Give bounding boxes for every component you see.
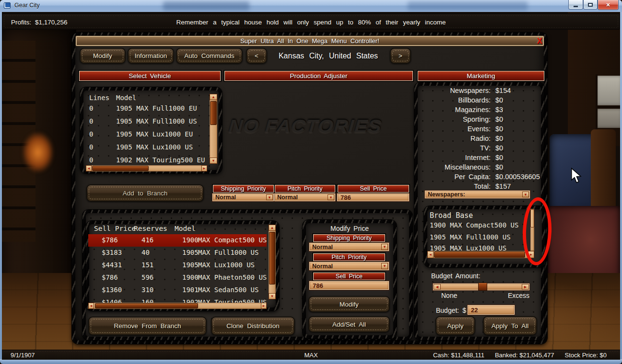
chevron-down-icon[interactable]: ▼ [328,194,334,200]
scroll-right-icon[interactable]: ► [261,303,267,309]
apply-button[interactable]: Apply [435,316,475,335]
marketing-entry: Newspapers:$154 [418,87,543,95]
scroll-up-icon[interactable]: ▲ [210,94,217,100]
scroll-left-icon[interactable]: ◄ [86,165,92,171]
chevron-down-icon[interactable]: ▼ [381,263,388,269]
scroll-right-icon[interactable]: ► [201,165,207,171]
marketing-entry: Magazines:$3 [418,106,543,114]
vehicle-list-hscroll-thumb[interactable] [92,166,149,171]
scroll-left-icon[interactable]: ◄ [88,303,94,309]
information-tab-button[interactable]: Information [128,48,174,64]
broad-base-vscroll-thumb[interactable] [530,209,534,228]
advisor-message: Remember a typical house hold will only … [2,14,620,30]
marketing-entry: Total:$157 [418,182,543,191]
list-item[interactable]: 1905 MAX Lux1000 US [430,244,506,251]
profits-readout: Profits: $1,170,256 [11,14,68,30]
banked-readout: Banked: $21,045,477 [495,352,554,359]
chevron-down-icon[interactable]: ▼ [266,194,273,200]
window-pane [597,76,620,105]
marketing-category-dropdown[interactable]: Newspapers:▼ [425,191,530,198]
marketing-entry: Sporting:$0 [418,115,543,124]
vehicle-list-col-lines: Lines [89,94,109,102]
glass-reflection [163,1,249,11]
dialog-close-icon[interactable]: X [535,36,544,46]
auto-commands-tab-button[interactable]: Auto Commands [176,48,243,64]
slider-left-icon[interactable]: ◄ [434,284,441,290]
budget-amount-label: Budget Amount: [431,272,481,280]
scroll-down-icon[interactable]: ▼ [269,293,276,299]
vehicle-list-col-model: Model [116,94,136,102]
price-table-rows: $7864161900MAX Compact500 US $3183401905… [88,234,267,303]
price-table-hscroll-thumb[interactable] [95,303,198,308]
scroll-right-icon[interactable]: ► [528,251,534,258]
marketing-entry: Radio:$0 [418,135,543,143]
maximize-button[interactable] [583,0,598,10]
maximize-icon [588,3,593,7]
shipping-priority-dropdown[interactable]: Normal▼ [212,193,274,201]
marketing-entry: Per Capita:$0.000536605 [418,173,543,182]
window-title: Gear City [14,2,40,9]
remove-from-branch-button[interactable]: Remove From Branch [88,317,207,335]
stock-readout: Stock Price: $0 [565,352,607,359]
sell-price-input[interactable] [337,193,409,201]
fireplace-glow [22,132,54,173]
list-item[interactable]: 1905 MAX Full1000 US [430,233,511,241]
budget-input[interactable] [468,305,515,315]
window-frame-right [620,12,622,360]
sell-price-header: Sell Price [338,185,409,193]
pitch-priority-header: Pitch Priority [275,185,335,193]
broad-base-title: Broad Base [430,211,473,220]
os-titlebar[interactable]: Gear City ✕ [0,0,622,12]
vehicle-list-vscroll-thumb[interactable] [210,101,217,125]
dialog-title-bar: Super Ultra All In One Mega Menu Control… [76,36,544,46]
modify-sell-price-header: Sell Price [313,273,385,280]
window-mullion [596,74,598,129]
room-window [568,12,620,146]
modify-tab-button[interactable]: Modify [80,48,126,64]
next-city-button[interactable]: > [390,48,411,64]
modify-button[interactable]: Modify [308,296,390,312]
slider-min-label: None [441,292,457,299]
finance-readout: Cash: $11,488,111 Banked: $21,045,477 St… [433,352,607,359]
scroll-up-icon[interactable]: ▲ [269,225,276,231]
clone-distribution-button[interactable]: Clone Distribution [211,317,295,335]
scroll-left-icon[interactable]: ◄ [427,251,434,258]
broad-base-hscroll-thumb[interactable] [434,251,525,258]
section-header-marketing: Marketing [418,71,544,81]
marketing-entry: Internet:$0 [418,154,543,162]
modify-sell-price-input[interactable] [309,281,389,290]
add-set-all-button[interactable]: Add/Set All [308,316,390,332]
marketing-entry: TV:$0 [418,144,543,153]
slider-right-icon[interactable]: ► [522,284,529,290]
broad-base-list: 1900 MAX Compact500 US 1905 MAX Full1000… [428,221,529,251]
minimize-icon [574,6,578,7]
budget-slider-thumb[interactable] [478,283,487,291]
modify-pitch-dropdown[interactable]: Normal▼ [309,262,389,270]
marketing-entry: Miscellaneous:$0 [418,163,543,172]
vehicle-list-rows: 01905 MAX Full1000 EU 01905 MAX Full1000… [86,104,207,164]
scroll-down-icon[interactable]: ▼ [210,158,217,164]
cash-readout: Cash: $11,488,111 [433,352,484,359]
modify-shipping-dropdown[interactable]: Normal▼ [309,243,389,251]
pitch-priority-dropdown[interactable]: Normal▼ [274,193,335,201]
close-icon: ✕ [606,2,610,8]
minimize-button[interactable] [568,0,583,10]
price-table-col-reserves: Reserves [134,225,167,232]
game-top-bar: Remember a typical house hold will only … [2,13,620,30]
price-table-col-sell-price: Sell Price [94,225,136,232]
slider-max-label: Excess [499,292,529,299]
prev-city-button[interactable]: < [246,48,267,64]
chevron-down-icon[interactable]: ▼ [522,192,529,197]
price-table-vscroll-thumb[interactable] [269,232,275,284]
current-city-label: Kansas City, United States [267,50,389,62]
add-to-branch-button[interactable]: Add to Branch [86,184,204,202]
list-item[interactable]: 1900 MAX Compact500 US [430,221,518,229]
close-button[interactable]: ✕ [598,0,619,10]
marketing-entry: Events:$0 [418,125,543,134]
modify-price-title: Modify Price [303,225,397,232]
profits-label: Profits: [11,19,31,26]
budget-label: Budget: $ [436,307,466,314]
apply-to-all-button[interactable]: Apply To All [483,316,537,335]
chevron-down-icon[interactable]: ▼ [381,244,388,250]
screen: Gear City ✕ Remember a typical house hol… [0,0,622,364]
